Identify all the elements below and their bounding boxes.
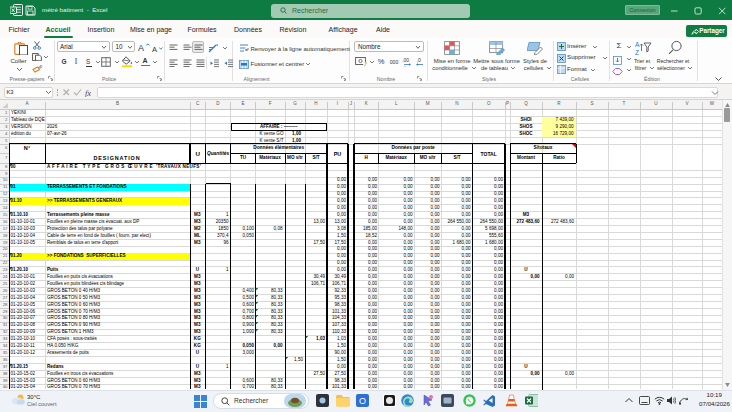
svg-text:O: O (359, 396, 366, 406)
svg-text:fx: fx (85, 88, 91, 97)
svg-text:A: A (635, 41, 640, 48)
svg-text:A: A (138, 43, 144, 53)
svg-text:Z: Z (635, 49, 639, 56)
svg-text:A: A (152, 44, 157, 53)
